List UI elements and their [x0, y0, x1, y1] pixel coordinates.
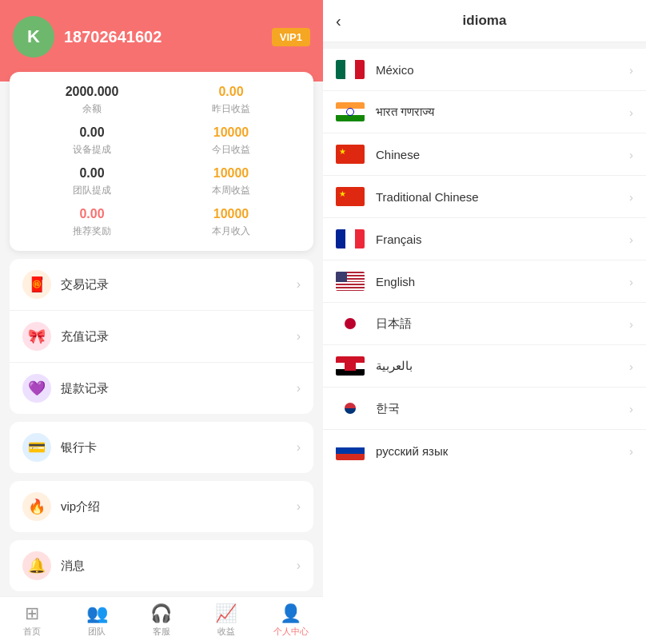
- chevron-japanese: ›: [629, 317, 633, 331]
- lang-item-trad-chinese[interactable]: ★ Traditional Chinese ›: [323, 176, 646, 218]
- vip-intro-label: vip介绍: [61, 499, 297, 515]
- stat-device-commission: 0.00 设备提成: [22, 125, 162, 157]
- china-star: ★: [339, 147, 346, 156]
- stat-yesterday-value: 0.00: [218, 85, 243, 99]
- avatar: K: [13, 16, 54, 58]
- nav-team[interactable]: 👥 团队: [65, 603, 130, 638]
- recharge-label: 充值记录: [61, 329, 297, 344]
- lang-name-russian: русский язык: [376, 444, 629, 458]
- chevron-icon-withdraw: ›: [297, 381, 301, 396]
- left-panel: K 18702641602 VIP1 2000.000 余额 0.00 昨日收益…: [0, 0, 323, 644]
- stat-team-value: 0.00: [79, 166, 104, 181]
- lang-item-french[interactable]: Français ›: [323, 218, 646, 260]
- stat-week-value: 10000: [213, 166, 249, 181]
- flag-korea: [336, 399, 365, 418]
- nav-home-label: 首页: [23, 626, 41, 638]
- flag-india: [336, 102, 365, 121]
- lang-item-japanese[interactable]: 日本語 ›: [323, 303, 646, 345]
- nav-team-label: 团队: [88, 626, 106, 638]
- right-panel: ‹ idioma México › भारत गणराज्य › ★ Chine…: [323, 0, 646, 644]
- back-button[interactable]: ‹: [336, 12, 341, 30]
- lang-name-korean: 한국: [376, 401, 629, 416]
- menu-item-vip[interactable]: 🔥 vip介绍 ›: [10, 481, 313, 532]
- lang-name-french: Français: [376, 233, 629, 246]
- flag-russia: [336, 441, 365, 460]
- lang-name-trad-chinese: Traditional Chinese: [376, 190, 629, 204]
- lang-item-korean[interactable]: 한국 ›: [323, 388, 646, 430]
- stats-card: 2000.000 余额 0.00 昨日收益 0.00 设备提成 10000 今日…: [10, 72, 313, 251]
- recharge-icon: 🎀: [22, 322, 51, 351]
- withdraw-icon: 💜: [22, 374, 51, 403]
- menu-item-recharge[interactable]: 🎀 充值记录 ›: [10, 311, 313, 363]
- lang-name-mexico: México: [376, 63, 629, 77]
- service-icon: 🎧: [150, 603, 172, 624]
- chevron-icon-transactions: ›: [297, 277, 301, 292]
- vip-badge: VIP1: [272, 28, 310, 46]
- news-section: 🔔 消息 ›: [10, 540, 313, 591]
- nav-home[interactable]: ⊞ 首页: [0, 603, 65, 638]
- chevron-mexico: ›: [629, 63, 633, 77]
- stat-balance-label: 余额: [82, 102, 102, 116]
- profile-icon: 👤: [280, 603, 301, 624]
- bottom-nav: ⊞ 首页 👥 团队 🎧 客服 📈 收益 👤 个人中心: [0, 596, 323, 644]
- stat-balance-value: 2000.000: [66, 85, 119, 99]
- chevron-korean: ›: [629, 402, 633, 415]
- lang-item-russian[interactable]: русский язык ›: [323, 430, 646, 471]
- bank-section: 💳 银行卡 ›: [10, 422, 313, 473]
- chevron-english: ›: [629, 275, 633, 288]
- phone-number: 18702641602: [64, 28, 262, 46]
- lang-item-india[interactable]: भारत गणराज्य ›: [323, 91, 646, 133]
- menu-item-withdraw[interactable]: 💜 提款记录 ›: [10, 363, 313, 414]
- profile-header: K 18702641602 VIP1: [0, 0, 323, 81]
- transaction-menu: 🧧 交易记录 › 🎀 充值记录 › 💜 提款记录 ›: [10, 259, 313, 414]
- lang-name-arabic: بالعربية: [376, 359, 629, 373]
- flag-trad-china: ★: [336, 187, 365, 206]
- stat-month-income: 10000 本月收入: [162, 207, 301, 238]
- stat-week-earnings: 10000 本周收益: [162, 166, 301, 197]
- nav-earnings-label: 收益: [217, 626, 235, 638]
- stat-month-label: 本月收入: [212, 225, 250, 238]
- trad-china-star: ★: [339, 189, 346, 198]
- language-list: México › भारत गणराज्य › ★ Chinese › ★ Tr…: [323, 49, 646, 644]
- stat-device-value: 0.00: [79, 125, 104, 140]
- menu-item-news[interactable]: 🔔 消息 ›: [22, 551, 301, 580]
- nav-earnings[interactable]: 📈 收益: [193, 603, 258, 638]
- stat-device-label: 设备提成: [73, 143, 111, 157]
- lang-name-india: भारत गणराज्य: [376, 105, 629, 119]
- bank-label: 银行卡: [61, 440, 297, 455]
- menu-item-transactions[interactable]: 🧧 交易记录 ›: [10, 259, 313, 311]
- home-icon: ⊞: [25, 603, 39, 624]
- lang-item-arabic[interactable]: بالعربية ›: [323, 345, 646, 388]
- nav-profile[interactable]: 👤 个人中心: [258, 603, 323, 638]
- menu-item-bank[interactable]: 💳 银行卡 ›: [10, 422, 313, 473]
- vip-section: 🔥 vip介绍 ›: [10, 481, 313, 532]
- chevron-arabic: ›: [629, 360, 633, 373]
- lang-item-mexico[interactable]: México ›: [323, 49, 646, 91]
- stat-referral-label: 推荐奖励: [73, 225, 111, 238]
- flag-france: [336, 229, 365, 248]
- lang-name-japanese: 日本語: [376, 316, 629, 332]
- team-icon: 👥: [86, 603, 108, 624]
- lang-name-chinese: Chinese: [376, 148, 629, 161]
- chevron-chinese: ›: [629, 148, 633, 161]
- nav-service[interactable]: 🎧 客服: [130, 603, 194, 638]
- stat-today-value: 10000: [213, 125, 249, 140]
- stats-grid: 2000.000 余额 0.00 昨日收益 0.00 设备提成 10000 今日…: [22, 85, 301, 238]
- lang-item-english[interactable]: English ›: [323, 260, 646, 303]
- stat-team-commission: 0.00 团队提成: [22, 166, 162, 197]
- transaction-label: 交易记录: [61, 277, 297, 292]
- language-header: ‹ idioma: [323, 0, 646, 42]
- vip-icon: 🔥: [22, 492, 51, 521]
- chevron-icon-recharge: ›: [297, 329, 301, 344]
- chevron-icon-bank: ›: [297, 440, 301, 455]
- earnings-icon: 📈: [215, 603, 237, 624]
- nav-profile-label: 个人中心: [273, 626, 309, 638]
- transaction-icon: 🧧: [22, 270, 51, 299]
- nav-service-label: 客服: [153, 626, 170, 638]
- flag-egypt: [336, 356, 365, 376]
- chevron-icon-news: ›: [297, 559, 301, 573]
- news-label: 消息: [61, 559, 297, 574]
- lang-name-english: English: [376, 275, 629, 288]
- lang-item-chinese[interactable]: ★ Chinese ›: [323, 133, 646, 176]
- news-icon: 🔔: [22, 551, 51, 580]
